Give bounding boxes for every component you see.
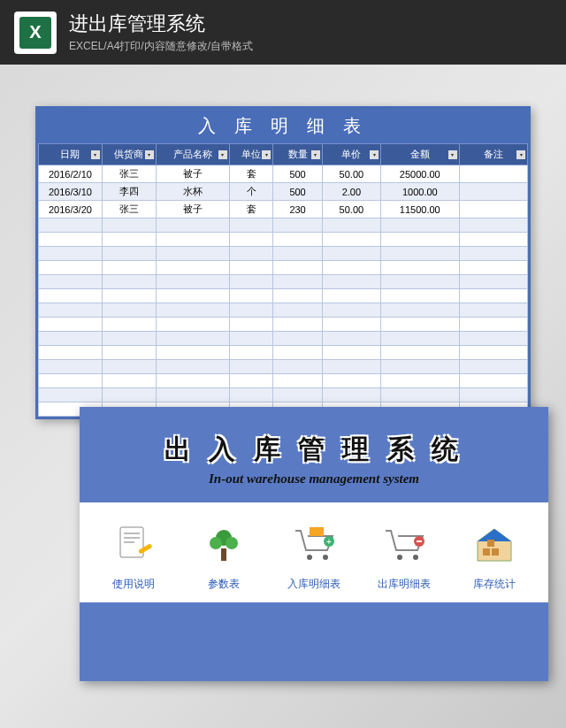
table-row[interactable]: 2016/2/10张三被子套50050.0025000.00: [39, 165, 528, 183]
table-row[interactable]: 2016/3/10李四水杯个5002.001000.00: [39, 183, 528, 201]
cell-qty[interactable]: 500: [273, 165, 322, 183]
nav-item-label: 使用说明: [88, 577, 179, 592]
doc-icon: [88, 518, 179, 570]
nav-item-label: 入库明细表: [269, 577, 359, 592]
nav-item-warehouse[interactable]: 库存统计: [449, 518, 539, 592]
cell-price[interactable]: 50.00: [322, 165, 380, 183]
cell-product[interactable]: 被子: [156, 201, 229, 218]
excel-icon-letter: X: [19, 17, 51, 49]
nav-item-label: 出库明细表: [359, 577, 449, 592]
cell-product[interactable]: 水杯: [156, 183, 229, 201]
cell-note[interactable]: [459, 165, 527, 183]
table-row-empty[interactable]: [39, 388, 528, 402]
cell-note[interactable]: [459, 201, 527, 218]
svg-rect-18: [483, 548, 490, 556]
table-row-empty[interactable]: [39, 261, 528, 275]
nav-panel: 出 入 库 管 理 系 统 In-out warehouse managemen…: [80, 407, 548, 681]
filter-icon[interactable]: ▾: [91, 150, 100, 159]
cell-unit[interactable]: 个: [229, 183, 273, 201]
svg-rect-5: [221, 548, 226, 561]
cart-in-icon: +: [269, 518, 359, 570]
nav-icons-row: 使用说明参数表+入库明细表出库明细表库存统计: [80, 502, 548, 602]
svg-point-15: [413, 555, 418, 560]
filter-icon[interactable]: ▾: [262, 150, 271, 159]
cell-qty[interactable]: 500: [273, 183, 322, 201]
nav-item-doc[interactable]: 使用说明: [88, 518, 179, 592]
table-row-empty[interactable]: [39, 318, 528, 332]
cell-date[interactable]: 2016/3/10: [39, 183, 103, 201]
col-price[interactable]: 单价▾: [322, 144, 380, 165]
table-row-empty[interactable]: [39, 346, 528, 360]
svg-point-7: [210, 537, 222, 549]
table-row-empty[interactable]: [39, 374, 528, 388]
table-row-empty[interactable]: [39, 218, 528, 233]
col-qty[interactable]: 数量▾: [273, 144, 322, 165]
table-row-empty[interactable]: [39, 303, 528, 318]
nav-item-label: 库存统计: [449, 577, 539, 592]
col-amount[interactable]: 金额▾: [381, 144, 459, 165]
table-row-empty[interactable]: [39, 332, 528, 346]
filter-icon[interactable]: ▾: [145, 150, 154, 159]
svg-point-14: [397, 555, 402, 560]
cell-amount[interactable]: 11500.00: [381, 201, 459, 218]
table-row-empty[interactable]: [39, 360, 528, 374]
cell-product[interactable]: 被子: [156, 165, 229, 183]
svg-text:+: +: [326, 537, 332, 547]
cart-out-icon: [359, 518, 449, 570]
filter-icon[interactable]: ▾: [516, 150, 525, 159]
title-bar: X 进出库管理系统 EXCEL/A4打印/内容随意修改/自带格式: [0, 0, 566, 65]
cell-unit[interactable]: 套: [229, 201, 273, 218]
cell-amount[interactable]: 25000.00: [381, 165, 459, 183]
table-row[interactable]: 2016/3/20张三被子套23050.0011500.00: [39, 201, 528, 218]
cell-supplier[interactable]: 李四: [102, 183, 156, 201]
svg-rect-1: [124, 533, 140, 534]
header-text: 进出库管理系统 EXCEL/A4打印/内容随意修改/自带格式: [69, 11, 253, 54]
cell-date[interactable]: 2016/2/10: [39, 165, 103, 183]
tree-icon: [179, 518, 269, 570]
svg-point-10: [323, 555, 328, 560]
filter-icon[interactable]: ▾: [311, 150, 320, 159]
col-supplier[interactable]: 供货商▾: [102, 144, 156, 165]
cell-supplier[interactable]: 张三: [102, 165, 156, 183]
filter-icon[interactable]: ▾: [448, 150, 457, 159]
cell-note[interactable]: [459, 183, 527, 201]
nav-item-cart-out[interactable]: 出库明细表: [359, 518, 449, 592]
sheet-preview: 入 库 明 细 表 日期▾ 供货商▾ 产品名称▾ 单位▾ 数量▾ 单价▾ 金额▾…: [35, 106, 531, 419]
svg-point-9: [307, 555, 312, 560]
warehouse-icon: [449, 518, 539, 570]
page-subtitle: EXCEL/A4打印/内容随意修改/自带格式: [69, 39, 253, 54]
table-row-empty[interactable]: [39, 233, 528, 247]
cell-unit[interactable]: 套: [229, 165, 273, 183]
col-note[interactable]: 备注▾: [459, 144, 527, 165]
table-row-empty[interactable]: [39, 289, 528, 303]
filter-icon[interactable]: ▾: [370, 150, 379, 159]
sheet-title: 入 库 明 细 表: [38, 109, 528, 143]
col-product[interactable]: 产品名称▾: [156, 144, 229, 165]
svg-rect-3: [124, 541, 134, 543]
page-title: 进出库管理系统: [69, 11, 253, 37]
cell-supplier[interactable]: 张三: [102, 201, 156, 218]
svg-rect-11: [310, 527, 324, 536]
svg-rect-2: [124, 537, 140, 539]
table-row-empty[interactable]: [39, 275, 528, 289]
cell-price[interactable]: 2.00: [322, 183, 380, 201]
filter-icon[interactable]: ▾: [218, 150, 227, 159]
svg-rect-17: [417, 540, 422, 542]
col-date[interactable]: 日期▾: [39, 144, 103, 165]
cell-qty[interactable]: 230: [273, 201, 322, 218]
excel-icon: X: [14, 11, 57, 54]
nav-item-cart-in[interactable]: +入库明细表: [269, 518, 359, 592]
table-row-empty[interactable]: [39, 247, 528, 261]
cell-amount[interactable]: 1000.00: [381, 183, 459, 201]
nav-subtitle: In-out warehouse management system: [80, 471, 548, 487]
cell-date[interactable]: 2016/3/20: [39, 201, 103, 218]
nav-title: 出 入 库 管 理 系 统: [80, 407, 548, 471]
nav-item-tree[interactable]: 参数表: [179, 518, 269, 592]
table-header-row: 日期▾ 供货商▾ 产品名称▾ 单位▾ 数量▾ 单价▾ 金额▾ 备注▾: [39, 144, 528, 165]
nav-item-label: 参数表: [179, 577, 269, 592]
cell-price[interactable]: 50.00: [322, 201, 380, 218]
detail-table: 日期▾ 供货商▾ 产品名称▾ 单位▾ 数量▾ 单价▾ 金额▾ 备注▾ 2016/…: [38, 143, 528, 417]
svg-rect-19: [492, 548, 499, 556]
col-unit[interactable]: 单位▾: [229, 144, 273, 165]
svg-rect-20: [487, 540, 494, 547]
